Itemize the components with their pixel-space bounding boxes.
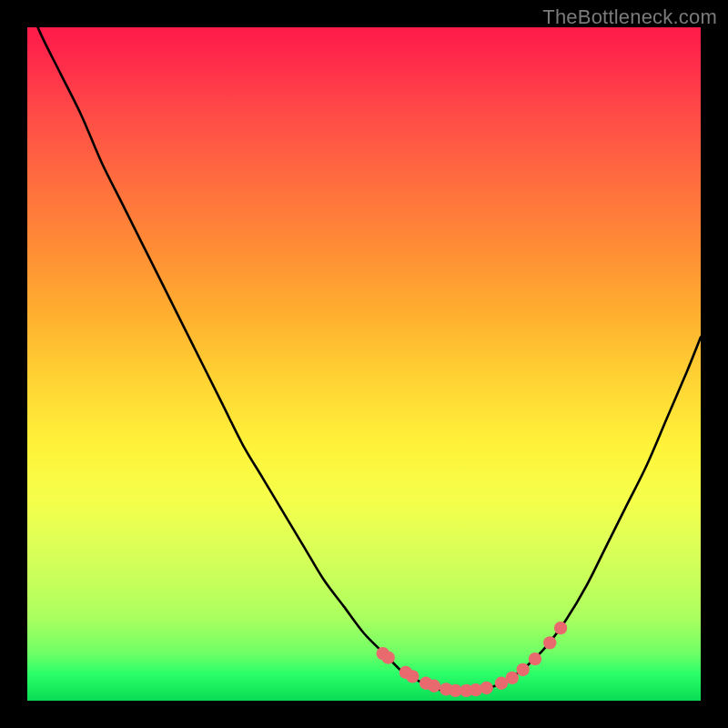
optimal-marker: [406, 670, 419, 682]
attribution-label: TheBottleneck.com: [542, 5, 717, 29]
optimal-marker: [554, 622, 567, 634]
plot-area: [27, 27, 701, 701]
optimal-marker: [516, 663, 529, 676]
bottleneck-curve: [27, 27, 701, 691]
optimal-marker: [506, 672, 519, 684]
optimal-marker: [529, 652, 541, 665]
optimal-marker: [428, 680, 440, 693]
optimal-marker: [381, 651, 394, 663]
optimal-range-markers: [377, 622, 568, 697]
chart-frame: TheBottleneck.com: [0, 0, 728, 728]
optimal-marker: [480, 682, 492, 694]
bottleneck-curve-svg: [27, 27, 701, 701]
optimal-marker: [543, 636, 556, 649]
